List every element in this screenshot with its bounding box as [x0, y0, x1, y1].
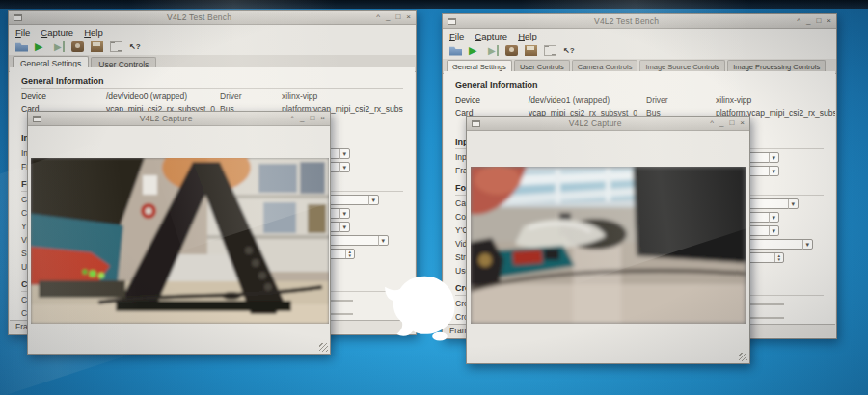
- title-bar[interactable]: V4L2 Test Bench ^ _ □ ×: [9, 11, 416, 25]
- maximize-button[interactable]: □: [310, 114, 314, 123]
- xfce-mouse-logo: [384, 273, 459, 342]
- driver-label: Driver: [220, 91, 282, 103]
- resize-grip[interactable]: [319, 343, 328, 352]
- toolbar: [443, 42, 836, 59]
- device-label: Device: [455, 94, 529, 107]
- whats-this-icon[interactable]: [563, 45, 576, 56]
- whats-this-icon[interactable]: [129, 41, 142, 52]
- snapshot-icon[interactable]: [71, 41, 84, 52]
- driver-value: xilinx-vipp: [716, 94, 835, 107]
- resize-grip[interactable]: [739, 353, 747, 361]
- photographed-desktop: { "chrome": { "shade": "^", "minimize": …: [0, 0, 868, 395]
- menu-help[interactable]: Help: [518, 31, 537, 41]
- device-value: /dev/video1 (wrapped): [529, 94, 646, 107]
- capture-video-left: [31, 158, 329, 324]
- shade-button[interactable]: ^: [797, 16, 800, 26]
- window-icon: [14, 14, 22, 21]
- window-icon: [448, 18, 456, 25]
- window-icon: [472, 120, 480, 127]
- resize-icon[interactable]: [110, 41, 122, 52]
- minimize-button[interactable]: _: [386, 13, 390, 22]
- window-icon: [33, 116, 41, 122]
- minimize-button[interactable]: _: [806, 16, 810, 26]
- window-title: V4L2 Test Bench: [26, 13, 372, 22]
- menu-bar: File Capture Help: [443, 29, 836, 42]
- device-label: Device: [21, 91, 106, 103]
- close-button[interactable]: ×: [740, 118, 745, 128]
- title-bar[interactable]: V4L2 Capture ^ _ □ ×: [467, 117, 749, 131]
- maximize-button[interactable]: □: [395, 13, 400, 22]
- close-button[interactable]: ×: [827, 16, 831, 26]
- title-bar[interactable]: V4L2 Test Bench ^ _ □ ×: [443, 14, 836, 29]
- minimize-button[interactable]: _: [300, 114, 304, 123]
- menu-bar: File Capture Help: [9, 25, 416, 39]
- v4l2-capture-window-right: V4L2 Capture ^ _ □ ×: [466, 116, 750, 364]
- snapshot-icon[interactable]: [505, 45, 518, 56]
- menu-capture[interactable]: Capture: [41, 27, 73, 38]
- window-title: V4L2 Capture: [484, 118, 706, 128]
- menu-file[interactable]: File: [15, 27, 30, 38]
- close-button[interactable]: ×: [406, 13, 411, 22]
- menu-file[interactable]: File: [449, 31, 464, 41]
- driver-label: Driver: [646, 94, 716, 107]
- open-file-icon[interactable]: [449, 45, 462, 56]
- menu-help[interactable]: Help: [84, 27, 103, 38]
- menu-capture[interactable]: Capture: [475, 31, 507, 41]
- maximize-button[interactable]: □: [729, 118, 734, 128]
- monitor-bezel: [0, 0, 868, 9]
- resize-icon[interactable]: [544, 45, 556, 56]
- shade-button[interactable]: ^: [710, 118, 714, 128]
- maximize-button[interactable]: □: [816, 16, 821, 26]
- title-bar[interactable]: V4L2 Capture ^ _ □ ×: [28, 112, 330, 126]
- v4l2-capture-window-left: V4L2 Capture ^ _ □ ×: [27, 111, 331, 355]
- start-capture-icon[interactable]: [469, 45, 481, 56]
- driver-value: xilinx-vipp: [282, 91, 415, 103]
- start-capture-icon[interactable]: [35, 41, 47, 52]
- step-frame-icon[interactable]: [54, 41, 65, 52]
- save-raw-icon[interactable]: [525, 45, 537, 56]
- window-title: V4L2 Capture: [45, 114, 286, 123]
- minimize-button[interactable]: _: [719, 118, 723, 128]
- close-button[interactable]: ×: [320, 114, 325, 123]
- open-file-icon[interactable]: [15, 41, 28, 52]
- window-title: V4L2 Test Bench: [460, 16, 793, 26]
- section-general-information: General Information: [455, 77, 824, 92]
- shade-button[interactable]: ^: [376, 13, 380, 22]
- step-frame-icon[interactable]: [488, 45, 499, 56]
- capture-video-right: [471, 167, 746, 324]
- toolbar: [9, 39, 416, 55]
- shade-button[interactable]: ^: [290, 114, 294, 123]
- device-value: /dev/video0 (wrapped): [106, 91, 220, 103]
- section-general-information: General Information: [21, 73, 403, 89]
- save-raw-icon[interactable]: [91, 41, 103, 52]
